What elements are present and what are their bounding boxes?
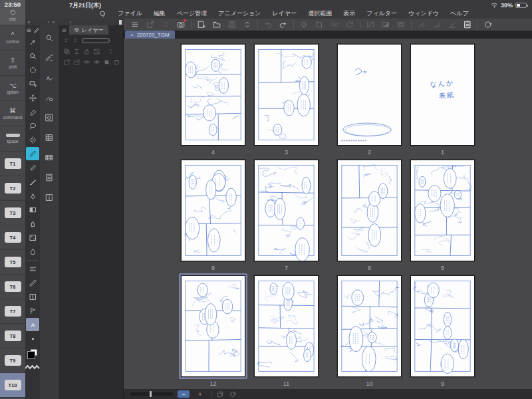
menu-item-9[interactable]: ヘルプ	[450, 9, 469, 18]
page-cell-11[interactable]: 11	[252, 273, 321, 387]
tap-key-button[interactable]: T6	[5, 281, 21, 292]
pages-icon[interactable]	[216, 390, 224, 398]
tap-key-button[interactable]: T1	[5, 158, 21, 169]
transparent-color-chip[interactable]	[25, 364, 40, 370]
edge-key-t8[interactable]: T8	[0, 324, 25, 348]
dock-layer-property-icon[interactable]	[42, 110, 57, 125]
menu-item-7[interactable]: フィルター	[366, 9, 397, 18]
tap-key-button[interactable]: T4	[5, 232, 21, 243]
command-new-page-icon[interactable]	[196, 19, 207, 30]
layer-lock-icon[interactable]	[83, 48, 90, 55]
command-deselect-icon[interactable]	[365, 19, 376, 30]
tool-lasso-icon[interactable]	[26, 119, 39, 132]
tool-gradient-icon[interactable]	[26, 203, 39, 216]
page-thumbnail-wrap[interactable]	[252, 158, 321, 263]
layer-stepper-icon[interactable]	[107, 48, 114, 55]
tool-decoration-icon[interactable]	[26, 189, 39, 202]
dock-page-manager-icon[interactable]	[42, 170, 57, 185]
zoom-slider[interactable]	[130, 392, 173, 396]
layer-blend-mode-icon[interactable]	[63, 48, 70, 55]
page-thumbnail-wrap[interactable]	[408, 273, 477, 379]
command-menu-icon[interactable]	[130, 19, 140, 30]
tap-key-button[interactable]: T2	[5, 183, 21, 194]
page-cell-12[interactable]: 12	[179, 273, 247, 387]
tap-key-button[interactable]: T10	[5, 380, 21, 390]
command-redo-icon[interactable]	[278, 19, 289, 30]
dock-sub-tool-icon[interactable]	[42, 51, 57, 65]
edge-key-esc[interactable]: 23:50 esc	[0, 0, 25, 25]
palette-scroll-thumb[interactable]	[119, 20, 122, 25]
page-cell-5[interactable]: 5	[408, 158, 477, 271]
edge-key-t7[interactable]: T7	[0, 299, 25, 324]
tool-object-icon[interactable]	[26, 77, 39, 90]
command-open-in-app-icon[interactable]	[145, 19, 156, 30]
tap-key-button[interactable]: T3	[5, 207, 21, 218]
page-thumbnail-wrap[interactable]	[179, 42, 247, 148]
tool-fill-icon[interactable]	[26, 304, 39, 317]
menu-item-1[interactable]: 編集	[154, 9, 166, 18]
command-snap-grid-icon[interactable]	[447, 19, 458, 30]
page-cell-3[interactable]: 3	[252, 42, 321, 156]
tool-pen-icon[interactable]	[26, 147, 39, 160]
command-share-clip-studio-icon[interactable]	[176, 19, 186, 30]
page-thumbnail[interactable]	[410, 160, 475, 261]
dock-timeline-icon[interactable]	[42, 150, 57, 165]
page-thumbnail-wrap[interactable]: なんか表紙	[408, 42, 477, 148]
page-thumbnail[interactable]	[181, 44, 245, 146]
command-stepper-icon[interactable]	[160, 19, 171, 30]
command-selection-border-icon[interactable]	[396, 19, 406, 30]
layer-new-folder-icon[interactable]	[73, 59, 80, 66]
layer-delete-icon[interactable]	[113, 59, 120, 66]
command-snap-special-ruler-icon[interactable]	[432, 19, 442, 30]
layer-mask-icon[interactable]	[93, 48, 100, 55]
dock-layer-icon[interactable]	[42, 130, 57, 145]
command-correction-icon[interactable]	[299, 19, 309, 30]
page-thumbnail-wrap[interactable]	[408, 158, 477, 263]
page-thumbnail[interactable]	[337, 44, 402, 146]
tool-select-area-icon[interactable]	[26, 63, 39, 76]
tool-eraser-icon[interactable]	[26, 105, 39, 118]
command-reset-rotation-icon[interactable]	[483, 19, 493, 30]
page-thumbnail-wrap[interactable]	[252, 42, 321, 148]
edge-key-t5[interactable]: T5	[0, 250, 25, 275]
tool-airbrush-icon[interactable]	[26, 217, 39, 230]
edge-key-command[interactable]: ⌘command	[0, 101, 25, 126]
command-open-file-icon[interactable]	[211, 19, 222, 30]
tool-text-icon[interactable]: A	[26, 318, 39, 331]
page-thumbnail[interactable]	[181, 275, 245, 377]
color-swatch[interactable]	[26, 348, 39, 360]
menu-item-5[interactable]: 選択範囲	[308, 9, 332, 18]
command-liquify-icon[interactable]	[329, 19, 340, 30]
layer-palette-tab[interactable]: レイヤー	[69, 25, 108, 35]
edge-key-t3[interactable]: T3	[0, 201, 25, 225]
menu-item-4[interactable]: レイヤー	[273, 9, 297, 18]
edge-key-t10[interactable]: T10	[0, 373, 25, 398]
command-save-icon[interactable]	[227, 19, 237, 30]
edge-key-t9[interactable]: T9	[0, 348, 25, 373]
command-page-manager-icon[interactable]	[462, 19, 473, 30]
tap-key-button[interactable]: T5	[5, 257, 21, 267]
menu-item-2[interactable]: ページ管理	[177, 9, 207, 18]
page-cell-4[interactable]: 4	[179, 42, 247, 156]
dock-information-icon[interactable]	[42, 190, 57, 205]
layer-clip-group-icon[interactable]	[93, 59, 100, 66]
page-thumbnail[interactable]	[337, 160, 402, 261]
tool-stream-line-icon[interactable]	[26, 262, 39, 275]
menu-item-0[interactable]: ファイル	[118, 9, 142, 18]
page-thumbnail[interactable]	[254, 275, 319, 377]
tool-eyedropper-icon[interactable]	[26, 35, 39, 49]
page-thumbnail-wrap[interactable]	[179, 273, 247, 379]
main-color-swatch[interactable]	[27, 351, 35, 359]
dock-navigator-icon[interactable]	[42, 31, 57, 45]
page-cell-2[interactable]: 2	[335, 42, 404, 156]
layer-apply-mask-icon[interactable]	[103, 59, 110, 66]
command-transform-icon[interactable]	[314, 19, 325, 30]
tap-key-button[interactable]: T7	[5, 306, 21, 317]
page-thumbnail-wrap[interactable]	[252, 273, 321, 379]
layer-opacity-field[interactable]	[82, 38, 110, 43]
tool-zoom-icon[interactable]	[26, 49, 39, 63]
page-thumbnail-wrap[interactable]	[335, 273, 404, 379]
edge-key-control[interactable]: ^control	[0, 25, 25, 51]
command-snap-ruler-icon[interactable]	[416, 19, 427, 30]
tool-magic-wand-icon[interactable]	[26, 133, 39, 146]
